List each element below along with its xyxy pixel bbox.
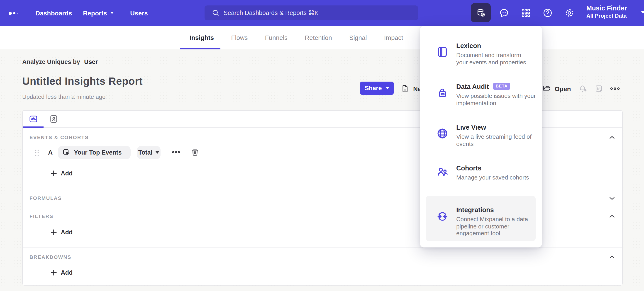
nav-reports[interactable]: Reports xyxy=(83,0,114,26)
analyze-label: Analyze Uniques by xyxy=(22,58,80,65)
data-management-menu: Lexicon Document and transform your even… xyxy=(420,26,542,248)
plus-icon xyxy=(51,170,57,176)
series-letter: A xyxy=(48,149,52,156)
menu-item-desc: View a live streaming feed of events xyxy=(456,133,538,147)
tab-flows[interactable]: Flows xyxy=(231,34,248,41)
data-management-button[interactable] xyxy=(471,3,491,22)
help-icon xyxy=(542,7,552,18)
analyze-value-dropdown[interactable]: User xyxy=(84,58,98,65)
profile-card-icon xyxy=(49,114,58,124)
menu-item-title: Data Audit BETA xyxy=(456,83,510,90)
collapse-breakdowns-button[interactable] xyxy=(608,253,616,261)
menu-item-desc: Connect Mixpanel to a data pipeline or c… xyxy=(456,216,538,237)
nav-users-label: Users xyxy=(130,9,148,16)
mixpanel-logo[interactable] xyxy=(8,10,20,16)
drag-dots-icon xyxy=(35,149,39,156)
add-breakdown-label: Add xyxy=(61,269,73,276)
bell-add-icon xyxy=(578,84,587,93)
breakdowns-label: BREAKDOWNS xyxy=(30,254,72,260)
cohorts-users-icon xyxy=(436,165,448,178)
nav-dashboards[interactable]: Dashboards xyxy=(35,0,72,26)
tab-insights[interactable]: Insights xyxy=(190,34,214,41)
settings-button[interactable] xyxy=(559,3,579,22)
add-breakdown-button[interactable]: Add xyxy=(51,269,73,276)
document-add-icon xyxy=(401,84,410,93)
data-management-icon xyxy=(476,7,486,18)
menu-item-cohorts[interactable]: Cohorts Manage your saved cohorts xyxy=(426,165,536,192)
active-view-underline xyxy=(23,126,44,128)
collapse-filters-button[interactable] xyxy=(608,213,616,220)
menu-item-desc: Manage your saved cohorts xyxy=(456,174,538,181)
chevron-down-icon xyxy=(386,87,389,89)
add-filter-button[interactable]: Add xyxy=(51,229,73,236)
add-filter-label: Add xyxy=(61,229,73,236)
tab-retention[interactable]: Retention xyxy=(305,34,332,41)
nav-reports-label: Reports xyxy=(83,9,107,16)
menu-item-title: Live View xyxy=(456,124,486,131)
project-scope: All Project Data xyxy=(586,13,637,19)
tab-impact[interactable]: Impact xyxy=(384,34,403,41)
alert-button-disabled[interactable] xyxy=(578,84,587,93)
open-report-button[interactable]: Open xyxy=(542,84,571,93)
collapse-events-button[interactable] xyxy=(608,134,616,141)
row-more-button[interactable] xyxy=(172,149,180,155)
menu-item-live-view[interactable]: Live View View a live streaming feed of … xyxy=(426,124,536,156)
new-report-button[interactable]: Ne xyxy=(401,84,421,93)
profiles-view-tab[interactable] xyxy=(49,114,58,124)
menu-item-title: Cohorts xyxy=(456,165,482,172)
tab-signal[interactable]: Signal xyxy=(349,34,367,41)
plus-icon xyxy=(51,270,57,276)
help-button[interactable] xyxy=(538,3,558,22)
event-cursor-icon xyxy=(62,148,71,157)
delete-row-button[interactable] xyxy=(190,147,200,157)
lexicon-book-icon xyxy=(436,46,448,58)
integrations-sync-icon xyxy=(436,210,448,223)
more-actions-button[interactable] xyxy=(610,85,620,92)
chevron-down-icon xyxy=(608,194,616,202)
report-title[interactable]: Untitled Insights Report xyxy=(22,75,143,87)
menu-item-desc: Document and transform your events and p… xyxy=(456,52,538,66)
search-input[interactable] xyxy=(224,9,396,16)
menu-item-integrations[interactable]: Integrations Connect Mixpanel to a data … xyxy=(426,196,536,241)
share-label: Share xyxy=(365,85,382,92)
events-cohorts-label: EVENTS & COHORTS xyxy=(30,135,89,140)
chevron-down-icon xyxy=(110,12,114,14)
apps-grid-icon xyxy=(520,7,531,18)
open-report-label: Open xyxy=(555,85,571,92)
menu-item-desc: View possible issues with your implement… xyxy=(456,92,538,106)
ellipsis-icon xyxy=(610,85,620,92)
event-selector[interactable]: Your Top Events xyxy=(58,146,130,159)
events-view-tab[interactable] xyxy=(28,114,38,124)
nav-dashboards-label: Dashboards xyxy=(35,9,72,16)
expand-formulas-button[interactable] xyxy=(608,194,616,202)
chevron-up-icon xyxy=(608,213,616,220)
project-switcher[interactable]: Music Finder All Project Data xyxy=(586,4,637,19)
trash-icon xyxy=(190,147,200,157)
data-audit-lock-icon xyxy=(436,87,448,99)
menu-item-title: Integrations xyxy=(456,206,494,214)
metric-selector[interactable]: Total xyxy=(137,146,160,159)
search-icon xyxy=(212,9,220,17)
feedback-button[interactable] xyxy=(494,3,514,22)
chart-add-icon xyxy=(594,84,604,93)
chevron-up-icon xyxy=(608,253,616,261)
add-chart-button-disabled[interactable] xyxy=(594,84,604,93)
tab-funnels[interactable]: Funnels xyxy=(265,34,288,41)
menu-item-title: Lexicon xyxy=(456,42,481,49)
formulas-label: FORMULAS xyxy=(30,195,62,201)
insights-chart-icon xyxy=(28,114,38,124)
menu-item-data-audit[interactable]: Data Audit BETA View possible issues wit… xyxy=(426,83,536,116)
drag-handle[interactable] xyxy=(35,149,39,156)
add-event-button[interactable]: Add xyxy=(51,170,73,177)
section-divider xyxy=(23,248,622,248)
apps-grid-button[interactable] xyxy=(516,3,536,22)
report-tabs-bar: Insights Flows Funnels Retention Signal … xyxy=(0,26,644,49)
menu-item-lexicon[interactable]: Lexicon Document and transform your even… xyxy=(426,42,536,75)
chevron-up-icon xyxy=(608,134,616,141)
settings-icon xyxy=(564,7,574,18)
live-view-globe-icon xyxy=(436,127,448,140)
global-search[interactable] xyxy=(204,5,418,20)
share-button[interactable]: Share xyxy=(360,82,394,95)
nav-users[interactable]: Users xyxy=(130,0,148,26)
project-name: Music Finder xyxy=(586,4,637,13)
